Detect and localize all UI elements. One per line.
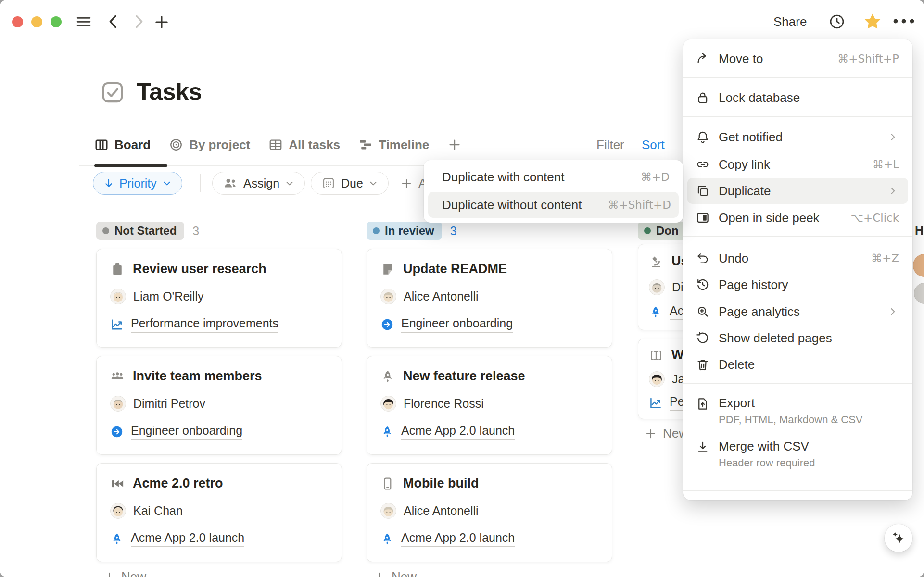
menu-divider <box>683 116 912 117</box>
ai-assistant-button[interactable] <box>885 524 912 552</box>
more-button[interactable] <box>893 18 915 24</box>
share-button[interactable]: Share <box>773 14 807 29</box>
card-assignee: Alice Antonelli <box>380 288 598 304</box>
menu-item-open-in-side-peek[interactable]: Open in side peek ⌥+Click <box>683 204 912 231</box>
rocket-icon <box>380 425 394 439</box>
column-header-not-started[interactable]: Not Started 3 <box>96 222 199 240</box>
menu-item-undo[interactable]: Undo ⌘+Z <box>683 245 912 272</box>
sidebar-toggle-button[interactable] <box>74 13 93 31</box>
tab-board[interactable]: Board <box>94 138 151 152</box>
forward-button[interactable] <box>133 13 145 30</box>
task-card[interactable]: Review user research Liam O'Reilly Perfo… <box>96 249 342 348</box>
chevron-right-icon <box>886 185 899 197</box>
new-card-button[interactable]: New <box>103 569 146 577</box>
card-project-link[interactable]: Acme App 2.0 launch <box>380 531 598 547</box>
task-card[interactable]: Invite team members Dimitri Petrov Engin… <box>96 356 342 455</box>
menu-item-lock-database[interactable]: Lock database <box>683 84 912 111</box>
card-project-link[interactable]: Performance improvements <box>110 316 328 333</box>
people-icon <box>223 177 238 189</box>
shortcut: ⌥+Click <box>850 212 899 224</box>
menu-item-delete[interactable]: Delete <box>683 351 912 378</box>
microscope-icon <box>649 254 663 269</box>
card-project-link[interactable]: Acme App 2.0 launch <box>380 424 598 440</box>
task-card[interactable]: New feature release Florence Rossi Acme … <box>367 356 612 455</box>
lock-icon <box>696 90 710 105</box>
filter-chip-assign[interactable]: Assign <box>212 172 305 195</box>
target-icon <box>169 138 183 152</box>
column-header-done[interactable]: Don <box>638 222 686 240</box>
column-count: 3 <box>192 224 199 238</box>
menu-item-page-analytics[interactable]: Page analytics <box>683 298 912 325</box>
menu-item-duplicate-with-content[interactable]: Duplicate with content ⌘+D <box>430 165 677 189</box>
menu-divider <box>683 383 912 384</box>
card-assignee: Alice Antonelli <box>380 503 598 519</box>
sort-button[interactable]: Sort <box>642 138 665 152</box>
shortcut: ⌘+Shift+P <box>837 52 899 65</box>
favorite-button[interactable] <box>862 12 883 32</box>
side-peek-icon <box>696 211 710 225</box>
menu-item-get-notified[interactable]: Get notified <box>683 124 912 151</box>
shortcut: ⌘+L <box>873 158 899 171</box>
column-header-in-review[interactable]: In review 3 <box>367 222 457 240</box>
chevron-right-icon <box>886 305 899 318</box>
menu-item-copy-link[interactable]: Copy link ⌘+L <box>683 151 912 178</box>
menu-item-export[interactable]: ExportPDF, HTML, Markdown & CSV <box>683 395 912 430</box>
updates-button[interactable] <box>828 13 846 30</box>
status-dot <box>373 227 380 234</box>
task-card[interactable]: Acme 2.0 retro Kai Chan Acme App 2.0 lau… <box>96 463 342 562</box>
menu-item-duplicate[interactable]: Duplicate <box>687 178 908 204</box>
menu-item-show-deleted-pages[interactable]: Show deleted pages <box>683 325 912 351</box>
filter-button[interactable]: Filter <box>596 138 624 152</box>
card-assignee: Dimitri Petrov <box>110 396 328 412</box>
hamburger-icon <box>74 13 93 31</box>
menu-item-move-to[interactable]: Move to ⌘+Shift+P <box>683 45 912 72</box>
undo-icon <box>696 251 710 265</box>
traffic-light-close[interactable] <box>12 16 23 27</box>
shortcut: ⌘+Shift+D <box>608 199 671 211</box>
arrow-down-icon <box>104 178 114 188</box>
avatar <box>380 288 396 304</box>
column-count: 3 <box>450 224 457 238</box>
clock-icon <box>828 13 846 30</box>
avatar <box>380 503 396 519</box>
card-project-link[interactable]: Acme App 2.0 launch <box>110 531 328 547</box>
avatar-fragment <box>914 283 924 304</box>
export-subtitle: PDF, HTML, Markdown & CSV <box>719 414 863 426</box>
sort-chip-priority[interactable]: Priority <box>93 172 182 195</box>
card-assignee: Kai Chan <box>110 503 328 519</box>
add-filter-button[interactable]: A <box>400 176 427 191</box>
status-dot <box>644 227 651 234</box>
filter-chip-due[interactable]: Due <box>311 172 389 195</box>
add-view-button[interactable] <box>447 138 462 152</box>
tab-timeline[interactable]: Timeline <box>358 138 429 152</box>
clipboard-icon <box>110 262 125 276</box>
menu-item-duplicate-without-content[interactable]: Duplicate without content ⌘+Shift+D <box>428 192 679 218</box>
new-card-button[interactable]: New <box>645 426 688 441</box>
task-card[interactable]: Update README Alice Antonelli Engineer o… <box>367 249 612 348</box>
task-card[interactable]: Mobile build Alice Antonelli Acme App 2.… <box>367 463 612 562</box>
menu-item-page-history[interactable]: Page history <box>683 271 912 298</box>
bell-icon <box>696 130 710 144</box>
back-button[interactable] <box>107 13 119 30</box>
active-tab-underline <box>94 164 167 167</box>
card-title: New feature release <box>403 369 525 384</box>
chevron-down-icon <box>285 179 294 188</box>
new-tab-button[interactable] <box>153 13 170 31</box>
traffic-light-zoom[interactable] <box>51 16 62 27</box>
timeline-icon <box>358 138 373 152</box>
card-project-link[interactable]: Engineer onboarding <box>110 424 328 440</box>
tab-by-project[interactable]: By project <box>169 138 250 152</box>
chevron-down-icon <box>369 179 378 188</box>
page-context-menu: Move to ⌘+Shift+P Lock database Get noti… <box>683 39 912 500</box>
chevron-left-icon <box>107 13 119 30</box>
menu-item-merge-with-csv[interactable]: Merge with CSVHeader row required <box>683 439 912 473</box>
card-project-link[interactable]: Engineer onboarding <box>380 316 598 333</box>
tab-all-tasks[interactable]: All tasks <box>268 138 340 152</box>
new-card-button[interactable]: New <box>373 569 417 577</box>
card-title: Mobile build <box>403 476 479 491</box>
traffic-light-minimize[interactable] <box>31 16 42 27</box>
rewind-icon <box>110 477 125 491</box>
page-icon[interactable] <box>100 80 125 105</box>
plus-icon <box>103 571 115 577</box>
avatar <box>110 503 126 519</box>
